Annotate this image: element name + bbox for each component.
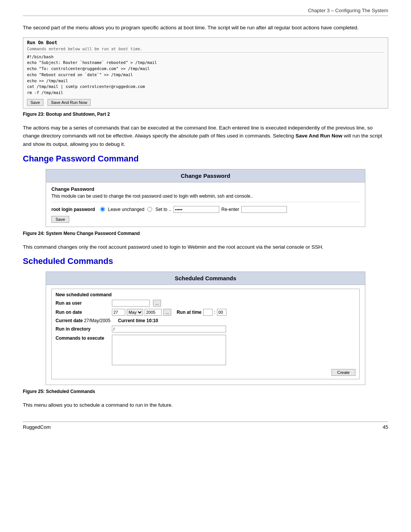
change-password-body: This command changes only the root accou… [23,243,388,251]
change-password-panel-header: Change Password [46,169,365,182]
radio-set-to-label: Set to .. [155,207,171,212]
time-minute-input[interactable] [217,309,226,316]
scheduled-commands-panel: Scheduled Commands New scheduled command… [46,272,365,385]
save-button[interactable]: Save [27,99,43,106]
month-select[interactable]: May [127,309,143,316]
run-on-boot-title: Run On Boot [27,40,384,45]
cp-description: This module can be used to change the ro… [51,193,360,202]
time-hour-input[interactable] [203,309,213,316]
run-on-date-row: Run on date May ... Run at time : [56,309,355,316]
create-button[interactable]: Create [331,369,355,376]
change-password-panel-body: Change Password This module can be used … [46,182,365,227]
scheduled-commands-heading: Scheduled Commands [23,256,388,266]
run-on-boot-subtitle: Commands entered below will be run at bo… [27,46,384,53]
page-footer: RuggedCom 45 [23,422,388,430]
cp-field-label: root login password [51,207,97,212]
current-date-label: Current date 27/May/2005 [56,318,110,323]
change-password-heading: Change Password Command [23,154,388,164]
save-and-run-now-button[interactable]: Save And Run Now [48,99,91,106]
reenter-label: Re-enter [221,207,239,212]
run-as-user-label: Run as user [56,300,109,306]
create-row: Create [56,367,355,376]
scheduled-panel-body: New scheduled command Run as user ... Ru… [46,285,365,385]
date-inputs: May ... Run at time : [112,309,226,316]
run-in-directory-row: Run in directory [56,326,355,332]
radio-leave-unchanged-label: Leave unchanged [108,207,144,212]
figure23-caption: Figure 23: Bootup and Shutdown, Part 2 [23,112,388,117]
run-as-user-btn[interactable]: ... [153,300,161,307]
run-at-time-label: Run at time [177,310,201,315]
commands-label: Commands to execute [56,335,109,341]
cp-save-button[interactable]: Save [51,216,69,223]
commands-textarea[interactable] [112,335,226,365]
intro-text: The second part of the menu allows you t… [23,24,388,32]
cp-section-label: Change Password [51,186,360,192]
footer-right: 45 [383,424,388,430]
run-as-user-row: Run as user ... [56,300,355,307]
run-in-dir-input[interactable] [112,326,226,332]
current-time-label: Current time 10:10 [118,318,158,323]
figure24-caption: Figure 24: System Menu Change Password C… [23,231,388,236]
new-scheduled-command-section: New scheduled command Run as user ... Ru… [51,289,360,379]
radio-leave-unchanged[interactable] [100,207,105,212]
run-on-boot-buttons: Save Save And Run Now [27,99,384,106]
run-in-dir-label: Run in directory [56,326,109,332]
cp-save-row: Save [51,216,360,223]
sc-section-label: New scheduled command [56,292,355,297]
cp-password-row: root login password Leave unchanged Set … [51,206,360,213]
reenter-input[interactable] [241,206,287,213]
radio-set-to[interactable] [147,207,152,212]
current-date-time-row: Current date 27/May/2005 Current time 10… [56,318,355,323]
scheduled-panel-header: Scheduled Commands [46,272,365,285]
password-input[interactable] [174,206,219,213]
footer-left: RuggedCom [23,424,51,430]
scheduled-body: This menu allows you to schedule a comma… [23,401,388,409]
chapter-title: Chapter 3 – Configuring The System [308,8,388,13]
commands-to-execute-row: Commands to execute [56,335,355,365]
calendar-btn[interactable]: ... [163,309,171,316]
run-on-boot-code: #!/bin/bash echo "Subject: Router `hostn… [27,54,384,96]
date-year-input[interactable] [145,309,162,316]
figure25-caption: Figure 25: Scheduled Commands [23,389,388,394]
run-on-boot-box: Run On Boot Commands entered below will … [23,37,388,109]
change-password-panel: Change Password Change Password This mod… [46,169,365,227]
body-text2: The actions may be a series of commands … [23,124,388,149]
run-as-user-input[interactable] [112,300,150,307]
page-header: Chapter 3 – Configuring The System [23,8,388,16]
date-day-input[interactable] [112,309,125,316]
run-on-date-label: Run on date [56,310,109,315]
time-colon: : [214,310,215,315]
